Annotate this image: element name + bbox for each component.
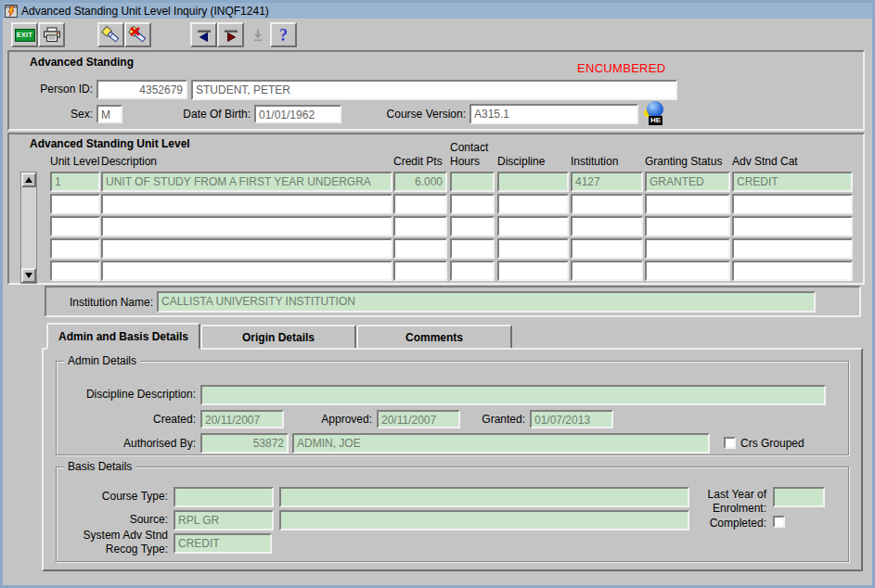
- created-field[interactable]: 20/11/2007: [200, 410, 284, 428]
- cell-discipline[interactable]: [497, 238, 569, 259]
- encumbered-status: ENCUMBERED: [577, 61, 665, 75]
- cell-contact-hours[interactable]: [450, 238, 495, 259]
- authorised-by-name-field[interactable]: ADMIN, JOE: [292, 433, 710, 454]
- source-desc-field[interactable]: [279, 510, 689, 530]
- tab-comments[interactable]: Comments: [356, 325, 512, 350]
- scroll-up-button[interactable]: [21, 173, 36, 187]
- sex-field[interactable]: M: [97, 105, 122, 123]
- cell-description[interactable]: [101, 238, 392, 259]
- cell-adv-stnd-cat[interactable]: [732, 194, 853, 214]
- cancel-query-button[interactable]: [124, 22, 151, 47]
- arrow-left-icon: [196, 28, 212, 43]
- sex-label: Sex:: [14, 108, 93, 121]
- cell-institution[interactable]: [571, 194, 643, 214]
- arrow-right-icon: [223, 28, 239, 43]
- tab-admin-and-basis-details[interactable]: Admin and Basis Details: [46, 323, 200, 350]
- cell-contact-hours[interactable]: [450, 216, 495, 236]
- dob-label: Date Of Birth:: [158, 108, 251, 121]
- title-bar[interactable]: Advanced Standing Unit Level Inquiry (IN…: [3, 3, 872, 19]
- cell-institution[interactable]: [571, 261, 643, 281]
- cell-credit-pts[interactable]: [393, 194, 447, 214]
- cell-unit-level[interactable]: [50, 216, 100, 236]
- cell-unit-level[interactable]: [50, 261, 100, 281]
- cell-contact-hours[interactable]: [450, 172, 495, 192]
- cell-discipline[interactable]: [497, 261, 569, 281]
- last-year-of-enrolment-field[interactable]: [773, 487, 825, 507]
- approved-field[interactable]: 20/11/2007: [377, 410, 460, 428]
- system-recog-label-line1: System Adv Stnd: [84, 529, 168, 542]
- cell-discipline[interactable]: [497, 216, 569, 236]
- cell-adv-stnd-cat[interactable]: [732, 238, 853, 259]
- he-globe-icon[interactable]: HE: [644, 101, 668, 127]
- triangle-down-icon: [25, 273, 32, 278]
- cell-granting-status[interactable]: GRANTED: [645, 172, 730, 192]
- authorised-by-id-field[interactable]: 53872: [200, 433, 289, 454]
- dob-field[interactable]: 01/01/1962: [254, 105, 341, 123]
- tab-origin-details[interactable]: Origin Details: [200, 325, 356, 350]
- cell-description[interactable]: [101, 216, 392, 236]
- printer-icon: [43, 27, 61, 43]
- enter-query-button[interactable]: [97, 22, 124, 47]
- cell-contact-hours[interactable]: [450, 194, 495, 214]
- cell-unit-level[interactable]: [50, 194, 100, 214]
- crs-grouped-checkbox[interactable]: [724, 437, 736, 449]
- cell-granting-status[interactable]: [645, 194, 730, 214]
- cell-description[interactable]: [101, 261, 392, 281]
- cell-discipline[interactable]: [497, 194, 569, 214]
- institution-name-field[interactable]: CALLISTA UNIVERSITY INSTITUTION: [157, 291, 816, 313]
- help-button[interactable]: ?: [270, 22, 297, 47]
- cell-discipline[interactable]: [497, 172, 569, 192]
- admin-details-group: Admin Details Discipline Description: Cr…: [56, 361, 849, 455]
- cell-granting-status[interactable]: [645, 216, 730, 236]
- cell-adv-stnd-cat[interactable]: CREDIT: [732, 172, 853, 192]
- cell-credit-pts[interactable]: [393, 216, 447, 236]
- created-label: Created:: [57, 413, 196, 426]
- cell-credit-pts[interactable]: 6.000: [393, 172, 447, 192]
- cell-granting-status[interactable]: [645, 261, 730, 281]
- col-header-institution: Institution: [571, 155, 618, 168]
- system-recog-label-line2: Recog Type:: [106, 543, 168, 556]
- next-block-button[interactable]: [217, 22, 244, 47]
- cell-credit-pts[interactable]: [393, 261, 447, 281]
- person-name-field[interactable]: STUDENT, PETER: [191, 80, 677, 100]
- person-id-label: Person ID:: [14, 83, 93, 96]
- section-title-advanced-standing: Advanced Standing: [30, 56, 134, 69]
- cell-unit-level[interactable]: 1: [50, 172, 100, 192]
- previous-block-button[interactable]: [190, 22, 217, 47]
- system-adv-stnd-recog-type-field[interactable]: CREDIT: [174, 533, 272, 554]
- cell-description[interactable]: UNIT OF STUDY FROM A FIRST YEAR UNDERGRA: [101, 172, 392, 192]
- course-type-desc-field[interactable]: [279, 487, 689, 507]
- scroll-down-button[interactable]: [21, 268, 36, 283]
- cell-adv-stnd-cat[interactable]: [732, 216, 853, 236]
- record-scrollbar[interactable]: [20, 172, 37, 284]
- discipline-description-field[interactable]: [200, 385, 826, 405]
- cell-granting-status[interactable]: [645, 238, 730, 259]
- tab-content-frame: Admin Details Discipline Description: Cr…: [42, 348, 863, 571]
- cell-description[interactable]: [101, 194, 392, 214]
- system-adv-stnd-recog-type-label: System Adv Stnd Recog Type:: [57, 529, 168, 556]
- down-record-button[interactable]: [244, 22, 271, 47]
- print-button[interactable]: [38, 22, 65, 47]
- granted-label: Granted:: [465, 413, 525, 426]
- arrow-down-icon: [251, 28, 265, 43]
- course-version-field[interactable]: A315.1: [470, 104, 638, 124]
- granted-field[interactable]: 01/07/2013: [530, 410, 613, 428]
- cell-credit-pts[interactable]: [393, 238, 447, 259]
- cell-institution[interactable]: 4127: [571, 172, 643, 192]
- col-header-granting-status: Granting Status: [645, 155, 722, 168]
- cell-institution[interactable]: [571, 216, 643, 236]
- advanced-standing-section: Advanced Standing ENCUMBERED Person ID: …: [7, 50, 865, 131]
- source-field[interactable]: RPL GR: [174, 510, 274, 530]
- flashlight-icon: [101, 25, 122, 45]
- exit-button[interactable]: EXIT: [11, 22, 38, 47]
- cell-institution[interactable]: [571, 238, 643, 259]
- person-id-field[interactable]: 4352679: [97, 80, 187, 99]
- authorised-by-label: Authorised By:: [57, 437, 196, 450]
- cell-contact-hours[interactable]: [450, 261, 495, 281]
- application-window: Advanced Standing Unit Level Inquiry (IN…: [0, 0, 875, 588]
- cell-unit-level[interactable]: [50, 238, 100, 259]
- completed-checkbox[interactable]: [773, 516, 785, 528]
- course-type-field[interactable]: [174, 487, 274, 507]
- cell-adv-stnd-cat[interactable]: [732, 261, 853, 281]
- institution-name-strip: Institution Name: CALLISTA UNIVERSITY IN…: [45, 286, 861, 317]
